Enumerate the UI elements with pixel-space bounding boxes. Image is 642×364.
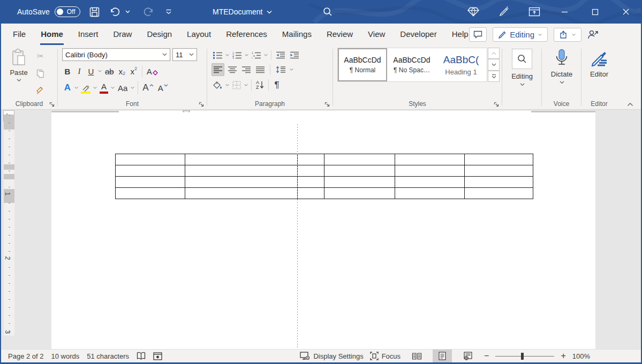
editing-menu-button[interactable]: Editing xyxy=(510,49,534,86)
bullets-button[interactable] xyxy=(212,49,224,62)
table-cell[interactable] xyxy=(465,188,533,199)
multilevel-list-button[interactable]: 1ai xyxy=(250,49,262,62)
print-layout-button[interactable] xyxy=(433,350,452,362)
table-cell[interactable] xyxy=(465,165,533,177)
subscript-button[interactable]: x2 xyxy=(117,65,127,78)
line-spacing-button[interactable] xyxy=(274,63,287,76)
line-spacing-dropdown-icon[interactable] xyxy=(289,68,294,71)
clear-formatting-button[interactable]: A xyxy=(145,65,160,78)
justify-button[interactable] xyxy=(254,63,266,76)
font-color-dropdown-icon[interactable] xyxy=(110,86,115,89)
table-row-marker[interactable] xyxy=(4,164,14,170)
styles-scroll-down-button[interactable] xyxy=(488,59,500,70)
table-cell[interactable] xyxy=(395,154,465,165)
proofing-status-button[interactable] xyxy=(137,350,153,362)
table-cell[interactable] xyxy=(465,154,533,165)
tab-layout[interactable]: Layout xyxy=(179,24,218,46)
cut-button[interactable]: ✂ xyxy=(34,50,47,63)
align-center-button[interactable] xyxy=(226,63,238,76)
document-page[interactable] xyxy=(51,112,595,349)
font-size-combo[interactable]: 11 xyxy=(172,48,197,61)
styles-dialog-launcher-icon[interactable] xyxy=(494,102,499,107)
underline-button[interactable]: U xyxy=(86,65,96,78)
table-cell[interactable] xyxy=(298,165,324,177)
multilevel-dropdown-icon[interactable] xyxy=(263,54,268,57)
table-cell[interactable] xyxy=(324,188,395,199)
paragraph-dialog-launcher-icon[interactable] xyxy=(324,102,330,107)
display-settings-button[interactable]: Display Settings xyxy=(300,350,363,362)
zoom-out-button[interactable]: − xyxy=(484,350,489,362)
table-cell[interactable] xyxy=(298,188,324,199)
superscript-button[interactable]: x2 xyxy=(129,65,139,78)
decrease-indent-button[interactable] xyxy=(274,49,287,62)
numbering-dropdown-icon[interactable] xyxy=(244,54,249,57)
tab-mailings[interactable]: Mailings xyxy=(275,24,319,46)
table-cell[interactable] xyxy=(395,165,465,177)
borders-button[interactable] xyxy=(231,79,243,92)
strikethrough-button[interactable]: ab xyxy=(103,65,116,78)
change-case-button[interactable]: Aa xyxy=(116,81,129,94)
tab-home[interactable]: Home xyxy=(33,24,71,46)
character-count[interactable]: 51 characters xyxy=(87,350,137,362)
dictate-button[interactable]: Dictate xyxy=(548,49,575,84)
table-cell[interactable] xyxy=(116,165,185,177)
customize-quick-access-button[interactable] xyxy=(163,4,175,20)
table-cell[interactable] xyxy=(324,177,395,188)
table-cell[interactable] xyxy=(185,188,298,199)
change-case-dropdown-icon[interactable] xyxy=(130,86,135,89)
borders-dropdown-icon[interactable] xyxy=(244,84,248,87)
shading-dropdown-icon[interactable] xyxy=(225,84,230,87)
font-dialog-launcher-icon[interactable] xyxy=(199,102,204,107)
styles-scroll-up-button[interactable] xyxy=(488,48,500,59)
bold-button[interactable]: B xyxy=(62,65,73,78)
align-left-button[interactable] xyxy=(212,63,224,76)
minimize-button[interactable] xyxy=(549,0,580,24)
format-painter-button[interactable] xyxy=(34,84,47,97)
catch-up-button[interactable] xyxy=(587,29,599,40)
tab-design[interactable]: Design xyxy=(139,24,179,46)
table-cell[interactable] xyxy=(465,177,533,188)
table-cell[interactable] xyxy=(116,154,185,165)
table-cell[interactable] xyxy=(116,188,185,199)
table-cell[interactable] xyxy=(324,154,395,165)
table-cell[interactable] xyxy=(395,188,465,199)
save-button[interactable] xyxy=(89,4,101,20)
font-name-combo[interactable]: Calibri (Body) xyxy=(62,48,170,61)
numbering-button[interactable]: 123 xyxy=(231,49,243,62)
search-button[interactable] xyxy=(322,6,333,17)
zoom-slider-thumb[interactable] xyxy=(521,353,524,360)
sort-button[interactable]: A Z xyxy=(254,79,266,92)
close-button[interactable] xyxy=(610,0,641,24)
comments-button[interactable] xyxy=(469,27,487,42)
table-cell[interactable] xyxy=(185,154,298,165)
focus-mode-button[interactable]: Focus xyxy=(370,350,401,362)
styles-gallery-more-button[interactable] xyxy=(488,71,500,82)
web-layout-button[interactable] xyxy=(458,350,478,362)
tab-references[interactable]: References xyxy=(218,24,275,46)
editor-button[interactable]: Editor xyxy=(587,50,611,78)
text-effects-dropdown-icon[interactable] xyxy=(74,86,79,89)
zoom-in-button[interactable]: + xyxy=(561,350,565,362)
bullets-dropdown-icon[interactable] xyxy=(225,54,230,57)
vertical-ruler[interactable]: 1 2 3 xyxy=(4,115,14,336)
table-cell[interactable] xyxy=(395,177,465,188)
redo-button-disabled[interactable] xyxy=(142,4,154,20)
table-cell[interactable] xyxy=(324,165,395,177)
zoom-level[interactable]: 100% xyxy=(572,350,590,362)
tab-view[interactable]: View xyxy=(360,24,392,46)
table-row-marker[interactable] xyxy=(4,174,14,179)
tab-draw[interactable]: Draw xyxy=(105,24,139,46)
ribbon-display-options-button[interactable] xyxy=(519,0,549,24)
shrink-font-button[interactable]: A xyxy=(156,81,170,94)
align-right-button[interactable] xyxy=(240,63,252,76)
copy-button[interactable] xyxy=(34,67,47,80)
table-cell[interactable] xyxy=(298,154,324,165)
zoom-slider[interactable] xyxy=(495,356,554,357)
read-mode-button[interactable] xyxy=(407,350,426,362)
font-color-button[interactable]: A xyxy=(99,81,109,94)
page-indicator[interactable]: Page 2 of 2 xyxy=(8,350,51,362)
style-normal[interactable]: AaBbCcDd ¶ Normal xyxy=(338,48,387,81)
highlight-dropdown-icon[interactable] xyxy=(93,86,97,89)
editing-mode-dropdown[interactable]: Editing xyxy=(493,27,548,42)
clipboard-dialog-launcher-icon[interactable] xyxy=(49,102,55,107)
